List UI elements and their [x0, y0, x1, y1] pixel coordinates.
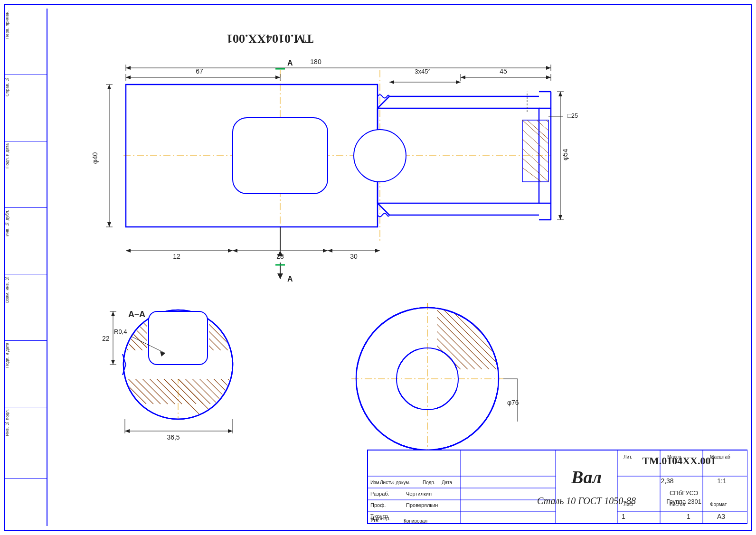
svg-line-16 [522, 130, 548, 153]
svg-line-56 [125, 390, 139, 404]
svg-text:А: А [287, 275, 293, 283]
svg-line-78 [451, 303, 503, 355]
svg-text:Копировал: Копировал [404, 518, 427, 524]
svg-rect-24 [233, 118, 328, 194]
sidebar-row-5: Взам. инв. № [4, 274, 47, 341]
svg-marker-144 [328, 249, 332, 253]
svg-text:φ54: φ54 [561, 149, 569, 160]
svg-text:22: 22 [102, 335, 110, 342]
sidebar-row-2: Справ. № [4, 75, 47, 141]
drawing-area: ТМ.0104ХХ.001 180 67 3х45° 45 φ40 □25 φ5… [47, 9, 747, 526]
svg-marker-165 [228, 429, 233, 433]
sidebar-row-3: Подп. и дата [4, 141, 47, 208]
sidebar-row-7: Инв. № подл. [4, 407, 47, 479]
svg-text:Утв.: Утв. [370, 518, 379, 523]
sidebar-label-2: Справ. № [4, 75, 10, 98]
svg-line-17 [522, 139, 548, 163]
svg-marker-121 [546, 75, 551, 79]
svg-text:Сталь 10 ГОСТ 1050-88: Сталь 10 ГОСТ 1050-88 [537, 496, 636, 506]
svg-line-19 [522, 158, 548, 182]
svg-text:ТМ.0104ХХ.001: ТМ.0104ХХ.001 [227, 32, 313, 46]
svg-text:№ докум.: № докум. [389, 480, 410, 485]
sidebar-row-6: Подп. и дата [4, 341, 47, 407]
svg-marker-162 [111, 360, 115, 365]
svg-marker-120 [461, 75, 465, 79]
svg-marker-142 [323, 249, 328, 253]
svg-marker-161 [111, 311, 115, 316]
svg-text:Проф.: Проф. [370, 502, 386, 508]
svg-marker-141 [233, 249, 237, 253]
svg-text:Дата: Дата [442, 480, 453, 485]
svg-marker-145 [375, 249, 380, 253]
svg-text:Чертилкин: Чертилкин [406, 491, 432, 497]
svg-text:Масса: Масса [667, 454, 681, 460]
svg-marker-133 [558, 92, 562, 96]
svg-text:1: 1 [687, 513, 690, 520]
svg-line-57 [125, 397, 132, 404]
svg-marker-115 [126, 75, 131, 79]
svg-marker-129 [107, 222, 111, 227]
svg-marker-123 [389, 80, 394, 84]
sidebar-label-4: Инв. № дубл. [4, 208, 10, 238]
svg-text:Проверялкин: Проверялкин [406, 502, 438, 508]
svg-text:Подп.: Подп. [423, 480, 435, 485]
svg-text:2,38: 2,38 [661, 477, 673, 485]
svg-line-44 [210, 311, 232, 333]
svg-line-18 [522, 149, 548, 172]
svg-marker-139 [228, 249, 233, 253]
svg-marker-110 [126, 66, 131, 70]
svg-text:Лит.: Лит. [624, 454, 632, 460]
svg-text:Группа 2301: Группа 2301 [666, 498, 701, 505]
svg-text:Масштаб: Масштаб [710, 454, 730, 460]
svg-text:3х45°: 3х45° [415, 68, 430, 75]
left-sidebar: Перв. примен. Справ. № Подп. и дата Инв.… [4, 9, 47, 526]
svg-text:36,5: 36,5 [167, 433, 180, 441]
svg-text:45: 45 [500, 67, 507, 75]
svg-text:28: 28 [276, 253, 284, 260]
svg-marker-134 [558, 215, 562, 220]
svg-text:Формат: Формат [710, 502, 727, 507]
sidebar-row-1: Перв. примен. [4, 9, 47, 75]
svg-line-15 [522, 120, 548, 144]
svg-text:Изм.: Изм. [370, 480, 380, 485]
svg-text:180: 180 [310, 58, 321, 66]
page: Перв. примен. Справ. № Подп. и дата Инв.… [0, 0, 756, 535]
svg-marker-152 [277, 273, 283, 279]
svg-text:30: 30 [350, 253, 358, 260]
svg-text:1: 1 [622, 513, 625, 520]
svg-line-45 [217, 311, 232, 326]
sidebar-row-4: Инв. № дубл. [4, 208, 47, 274]
svg-text:67: 67 [196, 67, 203, 75]
svg-text:Вал: Вал [571, 467, 602, 487]
main-drawing-svg: ТМ.0104ХХ.001 180 67 3х45° 45 φ40 □25 φ5… [47, 9, 747, 526]
svg-text:φ40: φ40 [91, 152, 99, 164]
svg-text:А–А: А–А [128, 310, 145, 319]
sidebar-label-7: Инв. № подл. [4, 407, 10, 438]
svg-text:СПбГУСЭ: СПбГУСЭ [670, 489, 698, 497]
svg-text:А3: А3 [717, 513, 725, 520]
svg-text:12: 12 [173, 253, 180, 260]
svg-line-21 [527, 120, 548, 139]
svg-line-79 [458, 303, 503, 348]
svg-text:Разраб.: Разраб. [370, 491, 389, 497]
sidebar-label-6: Подп. и дата [4, 341, 10, 370]
svg-rect-61 [149, 311, 208, 365]
svg-marker-111 [546, 66, 551, 70]
svg-marker-138 [126, 249, 131, 253]
svg-marker-116 [275, 75, 280, 79]
svg-marker-128 [107, 84, 111, 89]
svg-text:□25: □25 [567, 112, 578, 119]
svg-text:φ76: φ76 [507, 399, 519, 406]
sidebar-label-5: Взам. инв. № [4, 274, 10, 305]
svg-text:А: А [287, 59, 293, 67]
svg-text:1:1: 1:1 [717, 477, 727, 485]
svg-point-25 [354, 130, 406, 182]
svg-marker-164 [125, 429, 130, 433]
svg-marker-124 [456, 80, 461, 84]
sidebar-label-3: Подп. и дата [4, 141, 10, 170]
svg-text:R0,4: R0,4 [114, 328, 127, 335]
svg-text:Лист: Лист [380, 480, 390, 485]
sidebar-label-1: Перв. примен. [4, 9, 10, 41]
